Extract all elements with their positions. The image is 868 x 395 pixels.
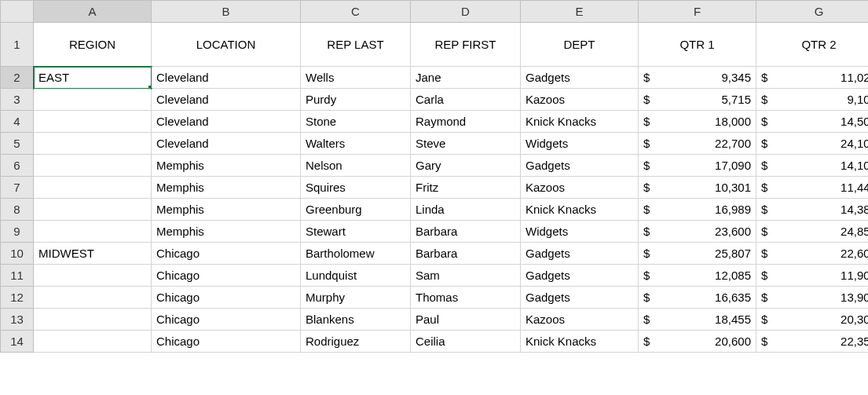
cell-G6[interactable]: $14,100: [756, 155, 869, 177]
cell-E14[interactable]: Knick Knacks: [521, 331, 639, 353]
cell-A4[interactable]: [34, 111, 152, 133]
cell-E8[interactable]: Knick Knacks: [521, 199, 639, 221]
cell-C4[interactable]: Stone: [301, 111, 411, 133]
row-header-9[interactable]: 9: [1, 221, 34, 243]
cell-F9[interactable]: $23,600: [639, 221, 756, 243]
cell-B4[interactable]: Cleveland: [152, 111, 301, 133]
cell-E13[interactable]: Kazoos: [521, 309, 639, 331]
row-header-12[interactable]: 12: [1, 287, 34, 309]
row-header-14[interactable]: 14: [1, 331, 34, 353]
cell-F2[interactable]: $9,345: [639, 67, 756, 89]
col-header-A[interactable]: A: [34, 1, 152, 23]
cell-C10[interactable]: Bartholomew: [301, 243, 411, 265]
cell-F3[interactable]: $5,715: [639, 89, 756, 111]
col-header-E[interactable]: E: [521, 1, 639, 23]
cell-G8[interactable]: $14,385: [756, 199, 869, 221]
cell-E4[interactable]: Knick Knacks: [521, 111, 639, 133]
cell-A3[interactable]: [34, 89, 152, 111]
cell-B9[interactable]: Memphis: [152, 221, 301, 243]
cell-C3[interactable]: Purdy: [301, 89, 411, 111]
row-header-7[interactable]: 7: [1, 177, 34, 199]
cell-D13[interactable]: Paul: [411, 309, 521, 331]
cell-B1[interactable]: LOCATION: [152, 23, 301, 67]
row-header-3[interactable]: 3: [1, 89, 34, 111]
cell-D12[interactable]: Thomas: [411, 287, 521, 309]
cell-C2[interactable]: Wells: [301, 67, 411, 89]
cell-E7[interactable]: Kazoos: [521, 177, 639, 199]
cell-C14[interactable]: Rodriguez: [301, 331, 411, 353]
cell-D9[interactable]: Barbara: [411, 221, 521, 243]
cell-C1[interactable]: REP LAST: [301, 23, 411, 67]
cell-F8[interactable]: $16,989: [639, 199, 756, 221]
cell-A12[interactable]: [34, 287, 152, 309]
cell-G2[interactable]: $11,025: [756, 67, 869, 89]
col-header-G[interactable]: G: [756, 1, 869, 23]
cell-D1[interactable]: REP FIRST: [411, 23, 521, 67]
cell-E5[interactable]: Widgets: [521, 133, 639, 155]
cell-A9[interactable]: [34, 221, 152, 243]
cell-D14[interactable]: Ceilia: [411, 331, 521, 353]
cell-G9[interactable]: $24,850: [756, 221, 869, 243]
cell-F14[interactable]: $20,600: [639, 331, 756, 353]
cell-G13[interactable]: $20,300: [756, 309, 869, 331]
cell-G14[interactable]: $22,350: [756, 331, 869, 353]
cell-A11[interactable]: [34, 265, 152, 287]
cell-G1[interactable]: QTR 2: [756, 23, 869, 67]
cell-D11[interactable]: Sam: [411, 265, 521, 287]
cell-G12[interactable]: $13,900: [756, 287, 869, 309]
cell-C6[interactable]: Nelson: [301, 155, 411, 177]
cell-B14[interactable]: Chicago: [152, 331, 301, 353]
cell-D8[interactable]: Linda: [411, 199, 521, 221]
cell-A5[interactable]: [34, 133, 152, 155]
cell-F4[interactable]: $18,000: [639, 111, 756, 133]
cell-B3[interactable]: Cleveland: [152, 89, 301, 111]
cell-B2[interactable]: Cleveland: [152, 67, 301, 89]
cell-F13[interactable]: $18,455: [639, 309, 756, 331]
cell-G11[interactable]: $11,900: [756, 265, 869, 287]
cell-C8[interactable]: Greenburg: [301, 199, 411, 221]
cell-C9[interactable]: Stewart: [301, 221, 411, 243]
col-header-D[interactable]: D: [411, 1, 521, 23]
cell-D2[interactable]: Jane: [411, 67, 521, 89]
cell-C11[interactable]: Lundquist: [301, 265, 411, 287]
cell-D4[interactable]: Raymond: [411, 111, 521, 133]
cell-B5[interactable]: Cleveland: [152, 133, 301, 155]
cell-F5[interactable]: $22,700: [639, 133, 756, 155]
cell-B11[interactable]: Chicago: [152, 265, 301, 287]
spreadsheet[interactable]: A B C D E F G 1 REGION LOCATION REP LAST…: [0, 0, 868, 353]
cell-A7[interactable]: [34, 177, 152, 199]
cell-E3[interactable]: Kazoos: [521, 89, 639, 111]
cell-B10[interactable]: Chicago: [152, 243, 301, 265]
row-header-1[interactable]: 1: [1, 23, 34, 67]
cell-B7[interactable]: Memphis: [152, 177, 301, 199]
cell-G10[interactable]: $22,600: [756, 243, 869, 265]
cell-A2[interactable]: EAST: [34, 67, 152, 89]
cell-F10[interactable]: $25,807: [639, 243, 756, 265]
cell-E12[interactable]: Gadgets: [521, 287, 639, 309]
cell-A10[interactable]: MIDWEST: [34, 243, 152, 265]
row-header-5[interactable]: 5: [1, 133, 34, 155]
cell-D3[interactable]: Carla: [411, 89, 521, 111]
cell-D10[interactable]: Barbara: [411, 243, 521, 265]
row-header-13[interactable]: 13: [1, 309, 34, 331]
cell-F7[interactable]: $10,301: [639, 177, 756, 199]
row-header-8[interactable]: 8: [1, 199, 34, 221]
cell-B6[interactable]: Memphis: [152, 155, 301, 177]
select-all-corner[interactable]: [1, 1, 34, 23]
cell-C13[interactable]: Blankens: [301, 309, 411, 331]
cell-B8[interactable]: Memphis: [152, 199, 301, 221]
cell-B13[interactable]: Chicago: [152, 309, 301, 331]
cell-E11[interactable]: Gadgets: [521, 265, 639, 287]
cell-D5[interactable]: Steve: [411, 133, 521, 155]
cell-E10[interactable]: Gadgets: [521, 243, 639, 265]
row-header-4[interactable]: 4: [1, 111, 34, 133]
cell-A1[interactable]: REGION: [34, 23, 152, 67]
cell-G5[interactable]: $24,100: [756, 133, 869, 155]
cell-F11[interactable]: $12,085: [639, 265, 756, 287]
cell-E9[interactable]: Widgets: [521, 221, 639, 243]
cell-F12[interactable]: $16,635: [639, 287, 756, 309]
cell-G4[interactable]: $14,500: [756, 111, 869, 133]
cell-A13[interactable]: [34, 309, 152, 331]
col-header-C[interactable]: C: [301, 1, 411, 23]
cell-G3[interactable]: $9,100: [756, 89, 869, 111]
